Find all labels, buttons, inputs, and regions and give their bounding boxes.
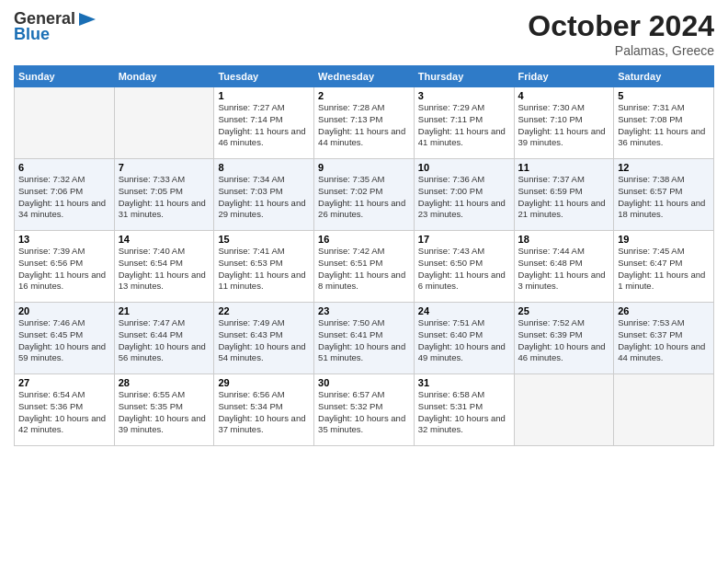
day-info: Sunrise: 7:30 AMSunset: 7:10 PMDaylight:… — [518, 102, 610, 149]
sunset-text: Sunset: 6:50 PM — [418, 258, 483, 268]
daylight-text: Daylight: 11 hours and 34 minutes. — [18, 198, 106, 220]
day-number: 11 — [518, 162, 610, 173]
table-row: 26Sunrise: 7:53 AMSunset: 6:37 PMDayligh… — [614, 303, 714, 374]
day-info: Sunrise: 7:31 AMSunset: 7:08 PMDaylight:… — [618, 102, 710, 149]
sunset-text: Sunset: 5:34 PM — [218, 401, 282, 411]
table-row: 15Sunrise: 7:41 AMSunset: 6:53 PMDayligh… — [214, 231, 314, 303]
sunset-text: Sunset: 5:31 PM — [418, 401, 483, 411]
daylight-text: Daylight: 10 hours and 32 minutes. — [418, 413, 506, 435]
col-sunday: Sunday — [15, 66, 115, 87]
day-info: Sunrise: 6:58 AMSunset: 5:31 PMDaylight:… — [418, 389, 510, 436]
day-info: Sunrise: 7:40 AMSunset: 6:54 PMDaylight:… — [119, 246, 210, 293]
table-row: 24Sunrise: 7:51 AMSunset: 6:40 PMDayligh… — [414, 303, 514, 374]
sunrise-text: Sunrise: 7:40 AM — [119, 246, 185, 256]
day-number: 16 — [318, 234, 410, 245]
day-number: 30 — [318, 377, 410, 388]
sunrise-text: Sunrise: 7:30 AM — [518, 102, 585, 112]
daylight-text: Daylight: 10 hours and 42 minutes. — [18, 413, 106, 435]
day-info: Sunrise: 7:50 AMSunset: 6:41 PMDaylight:… — [318, 317, 410, 364]
sunrise-text: Sunrise: 7:36 AM — [418, 174, 484, 184]
sunrise-text: Sunrise: 7:47 AM — [119, 317, 185, 327]
sunset-text: Sunset: 7:05 PM — [119, 186, 183, 196]
day-number: 2 — [318, 90, 410, 101]
table-row: 8Sunrise: 7:34 AMSunset: 7:03 PMDaylight… — [214, 159, 314, 231]
day-number: 10 — [418, 162, 510, 173]
day-info: Sunrise: 7:38 AMSunset: 6:57 PMDaylight:… — [618, 174, 710, 221]
sunset-text: Sunset: 6:39 PM — [518, 329, 583, 339]
calendar-week-row: 1Sunrise: 7:27 AMSunset: 7:14 PMDaylight… — [15, 87, 714, 159]
daylight-text: Daylight: 10 hours and 37 minutes. — [218, 413, 305, 435]
sunrise-text: Sunrise: 7:42 AM — [318, 246, 384, 256]
daylight-text: Daylight: 11 hours and 39 minutes. — [518, 126, 606, 148]
sunrise-text: Sunrise: 7:33 AM — [119, 174, 185, 184]
daylight-text: Daylight: 11 hours and 41 minutes. — [418, 126, 506, 148]
logo: General Blue — [14, 9, 97, 44]
table-row: 30Sunrise: 6:57 AMSunset: 5:32 PMDayligh… — [314, 374, 415, 446]
table-row: 7Sunrise: 7:33 AMSunset: 7:05 PMDaylight… — [114, 159, 214, 231]
day-info: Sunrise: 7:47 AMSunset: 6:44 PMDaylight:… — [119, 317, 210, 364]
sunrise-text: Sunrise: 7:27 AM — [218, 102, 284, 112]
day-number: 27 — [18, 377, 110, 388]
day-info: Sunrise: 7:27 AMSunset: 7:14 PMDaylight:… — [218, 102, 310, 149]
daylight-text: Daylight: 10 hours and 39 minutes. — [119, 413, 206, 435]
daylight-text: Daylight: 11 hours and 46 minutes. — [218, 126, 305, 148]
sunrise-text: Sunrise: 7:45 AM — [618, 246, 684, 256]
daylight-text: Daylight: 11 hours and 18 minutes. — [618, 198, 705, 220]
table-row: 11Sunrise: 7:37 AMSunset: 6:59 PMDayligh… — [514, 159, 614, 231]
sunset-text: Sunset: 5:36 PM — [18, 401, 83, 411]
day-number: 12 — [618, 162, 710, 173]
day-number: 25 — [518, 305, 610, 316]
sunrise-text: Sunrise: 6:56 AM — [218, 389, 284, 399]
day-number: 14 — [119, 234, 210, 245]
sunset-text: Sunset: 7:06 PM — [18, 186, 83, 196]
sunrise-text: Sunrise: 7:29 AM — [418, 102, 484, 112]
daylight-text: Daylight: 10 hours and 56 minutes. — [119, 341, 206, 363]
day-info: Sunrise: 7:45 AMSunset: 6:47 PMDaylight:… — [618, 246, 710, 293]
title-area: October 2024 Palamas, Greece — [528, 9, 714, 58]
day-number: 21 — [119, 305, 210, 316]
table-row: 1Sunrise: 7:27 AMSunset: 7:14 PMDaylight… — [214, 87, 314, 159]
sunrise-text: Sunrise: 7:50 AM — [318, 317, 384, 327]
table-row: 13Sunrise: 7:39 AMSunset: 6:56 PMDayligh… — [15, 231, 115, 303]
sunset-text: Sunset: 6:56 PM — [18, 258, 83, 268]
calendar-header-row: Sunday Monday Tuesday Wednesday Thursday… — [15, 66, 714, 87]
sunrise-text: Sunrise: 7:35 AM — [318, 174, 384, 184]
day-number: 13 — [18, 234, 110, 245]
daylight-text: Daylight: 10 hours and 35 minutes. — [318, 413, 405, 435]
table-row: 31Sunrise: 6:58 AMSunset: 5:31 PMDayligh… — [414, 374, 514, 446]
day-info: Sunrise: 7:52 AMSunset: 6:39 PMDaylight:… — [518, 317, 610, 364]
calendar-week-row: 13Sunrise: 7:39 AMSunset: 6:56 PMDayligh… — [15, 231, 714, 303]
sunrise-text: Sunrise: 7:37 AM — [518, 174, 585, 184]
daylight-text: Daylight: 11 hours and 36 minutes. — [618, 126, 705, 148]
sunrise-text: Sunrise: 7:53 AM — [618, 317, 684, 327]
calendar-week-row: 6Sunrise: 7:32 AMSunset: 7:06 PMDaylight… — [15, 159, 714, 231]
day-number: 15 — [218, 234, 310, 245]
daylight-text: Daylight: 11 hours and 13 minutes. — [119, 270, 206, 292]
sunrise-text: Sunrise: 6:57 AM — [318, 389, 384, 399]
daylight-text: Daylight: 10 hours and 51 minutes. — [318, 341, 405, 363]
day-info: Sunrise: 7:29 AMSunset: 7:11 PMDaylight:… — [418, 102, 510, 149]
table-row: 22Sunrise: 7:49 AMSunset: 6:43 PMDayligh… — [214, 303, 314, 374]
daylight-text: Daylight: 11 hours and 29 minutes. — [218, 198, 305, 220]
day-number: 20 — [18, 305, 110, 316]
day-info: Sunrise: 6:56 AMSunset: 5:34 PMDaylight:… — [218, 389, 310, 436]
table-row — [514, 374, 614, 446]
daylight-text: Daylight: 11 hours and 8 minutes. — [318, 270, 405, 292]
sunrise-text: Sunrise: 7:41 AM — [218, 246, 284, 256]
day-number: 8 — [218, 162, 310, 173]
table-row: 2Sunrise: 7:28 AMSunset: 7:13 PMDaylight… — [314, 87, 415, 159]
sunset-text: Sunset: 6:48 PM — [518, 258, 583, 268]
table-row: 21Sunrise: 7:47 AMSunset: 6:44 PMDayligh… — [114, 303, 214, 374]
sunset-text: Sunset: 6:40 PM — [418, 329, 483, 339]
sunset-text: Sunset: 7:11 PM — [418, 114, 483, 124]
table-row: 4Sunrise: 7:30 AMSunset: 7:10 PMDaylight… — [514, 87, 614, 159]
col-thursday: Thursday — [414, 66, 514, 87]
daylight-text: Daylight: 10 hours and 46 minutes. — [518, 341, 606, 363]
day-info: Sunrise: 7:37 AMSunset: 6:59 PMDaylight:… — [518, 174, 610, 221]
sunrise-text: Sunrise: 7:38 AM — [618, 174, 684, 184]
sunset-text: Sunset: 7:13 PM — [318, 114, 382, 124]
daylight-text: Daylight: 10 hours and 54 minutes. — [218, 341, 305, 363]
day-info: Sunrise: 7:43 AMSunset: 6:50 PMDaylight:… — [418, 246, 510, 293]
svg-marker-0 — [79, 13, 96, 26]
table-row: 27Sunrise: 6:54 AMSunset: 5:36 PMDayligh… — [15, 374, 115, 446]
